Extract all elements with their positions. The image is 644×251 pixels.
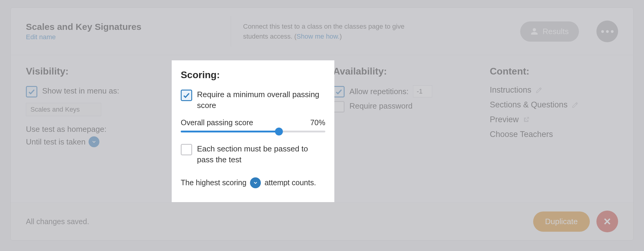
results-label: Results [542,27,569,36]
attempt-select-toggle[interactable] [250,177,261,188]
duplicate-button[interactable]: Duplicate [533,211,590,232]
show-in-menu-checkbox[interactable] [26,86,37,97]
each-section-label: Each section must be passed to pass the … [197,143,325,165]
check-icon [28,88,36,96]
close-icon [603,217,612,226]
save-status: All changes saved. [26,217,89,226]
external-link-icon [523,116,530,123]
edit-icon [572,102,578,108]
require-password-label: Require password [349,100,413,111]
connect-help-text: Connect this test to a class on the clas… [243,21,412,41]
chevron-down-icon [91,139,97,145]
slider-thumb[interactable] [275,128,283,135]
homepage-label: Use test as homepage: [26,125,177,134]
overall-score-slider[interactable] [181,131,325,132]
require-min-label: Require a minimum overall passing score [197,89,325,111]
dots-icon [601,30,614,33]
visibility-heading: Visibility: [26,66,177,77]
edit-name-link[interactable]: Edit name [26,33,219,41]
attempt-suffix: attempt counts. [264,178,316,187]
divider [231,16,231,46]
scoring-heading: Scoring: [181,69,325,81]
slider-fill [181,131,279,132]
choose-teachers-link[interactable]: Choose Teachers [490,130,553,139]
page-title: Scales and Key Signatures [26,22,219,32]
overall-score-label: Overall passing score [181,118,253,127]
connect-suffix: ) [339,33,342,40]
attempt-prefix: The highest scoring [181,178,246,187]
homepage-select-toggle[interactable] [89,136,99,147]
content-heading: Content: [490,66,618,77]
show-me-how-link[interactable]: Show me how. [296,33,339,40]
repetitions-input[interactable] [413,85,432,97]
chevron-down-icon [253,180,258,186]
check-icon [183,91,190,99]
availability-heading: Availability: [333,66,490,77]
check-icon [335,88,343,96]
close-button[interactable] [596,211,618,232]
edit-icon [536,87,542,94]
person-icon [530,27,538,35]
require-min-checkbox[interactable] [181,90,192,101]
each-section-checkbox[interactable] [181,144,192,155]
overall-score-value: 70% [310,118,325,127]
allow-repetitions-label: Allow repetitions: [349,86,409,97]
homepage-select-value[interactable]: Until test is taken [26,137,86,147]
more-button[interactable] [596,21,618,42]
instructions-link[interactable]: Instructions [490,85,531,95]
preview-link[interactable]: Preview [490,115,519,124]
allow-repetitions-checkbox[interactable] [333,86,345,97]
results-button[interactable]: Results [520,21,579,42]
require-password-checkbox[interactable] [333,101,345,113]
menu-name-input[interactable] [26,103,101,116]
show-in-menu-label: Show test in menu as: [42,85,119,96]
sections-link[interactable]: Sections & Questions [490,100,567,110]
